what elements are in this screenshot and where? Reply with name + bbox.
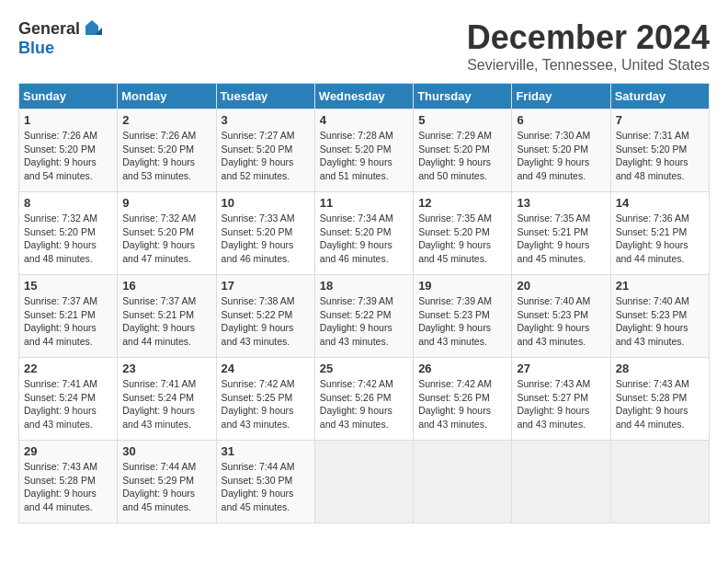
cell-info: Sunrise: 7:33 AMSunset: 5:20 PMDaylight:… xyxy=(222,212,310,266)
cell-info: Sunrise: 7:36 AMSunset: 5:21 PMDaylight:… xyxy=(616,212,704,266)
cell-info: Sunrise: 7:40 AMSunset: 5:23 PMDaylight:… xyxy=(616,294,704,349)
cell-info: Sunrise: 7:32 AMSunset: 5:20 PMDaylight:… xyxy=(122,212,210,266)
day-number: 3 xyxy=(222,113,310,127)
cell-info: Sunrise: 7:41 AMSunset: 5:24 PMDaylight:… xyxy=(122,377,210,431)
cell-info: Sunrise: 7:43 AMSunset: 5:28 PMDaylight:… xyxy=(616,377,704,431)
day-number: 20 xyxy=(517,279,605,293)
day-number: 14 xyxy=(616,196,704,210)
header-row: SundayMondayTuesdayWednesdayThursdayFrid… xyxy=(19,84,710,109)
header: General Blue December 2024 Sevierville, … xyxy=(18,18,710,74)
day-number: 21 xyxy=(616,279,704,293)
calendar-cell xyxy=(414,441,512,523)
calendar-cell: 24Sunrise: 7:42 AMSunset: 5:25 PMDayligh… xyxy=(216,358,314,441)
day-number: 29 xyxy=(24,444,112,458)
cell-info: Sunrise: 7:27 AMSunset: 5:20 PMDaylight:… xyxy=(222,129,310,183)
calendar-cell: 4Sunrise: 7:28 AMSunset: 5:20 PMDaylight… xyxy=(314,109,413,192)
calendar-cell: 25Sunrise: 7:42 AMSunset: 5:26 PMDayligh… xyxy=(314,358,413,441)
calendar-cell: 18Sunrise: 7:39 AMSunset: 5:22 PMDayligh… xyxy=(314,275,413,358)
day-number: 16 xyxy=(122,279,210,293)
week-row-5: 29Sunrise: 7:43 AMSunset: 5:28 PMDayligh… xyxy=(19,441,710,523)
calendar-cell: 30Sunrise: 7:44 AMSunset: 5:29 PMDayligh… xyxy=(118,441,216,523)
cell-info: Sunrise: 7:35 AMSunset: 5:21 PMDaylight:… xyxy=(517,212,605,266)
logo-icon xyxy=(82,18,102,39)
day-number: 5 xyxy=(418,113,506,127)
cell-info: Sunrise: 7:42 AMSunset: 5:25 PMDaylight:… xyxy=(222,377,310,431)
day-number: 1 xyxy=(24,113,112,127)
calendar-cell: 19Sunrise: 7:39 AMSunset: 5:23 PMDayligh… xyxy=(414,275,512,358)
cell-info: Sunrise: 7:28 AMSunset: 5:20 PMDaylight:… xyxy=(320,129,408,183)
calendar-cell: 26Sunrise: 7:42 AMSunset: 5:26 PMDayligh… xyxy=(414,358,512,441)
cell-info: Sunrise: 7:41 AMSunset: 5:24 PMDaylight:… xyxy=(24,377,112,431)
day-number: 24 xyxy=(222,362,310,375)
calendar-cell: 8Sunrise: 7:32 AMSunset: 5:20 PMDaylight… xyxy=(19,192,118,275)
header-day-thursday: Thursday xyxy=(414,84,512,109)
cell-info: Sunrise: 7:42 AMSunset: 5:26 PMDaylight:… xyxy=(418,377,506,431)
week-row-3: 15Sunrise: 7:37 AMSunset: 5:21 PMDayligh… xyxy=(19,275,710,358)
calendar-cell: 31Sunrise: 7:44 AMSunset: 5:30 PMDayligh… xyxy=(216,441,314,523)
calendar-cell: 27Sunrise: 7:43 AMSunset: 5:27 PMDayligh… xyxy=(512,358,610,441)
calendar-cell: 22Sunrise: 7:41 AMSunset: 5:24 PMDayligh… xyxy=(19,358,118,441)
day-number: 31 xyxy=(222,444,310,458)
calendar-cell xyxy=(314,441,413,523)
cell-info: Sunrise: 7:34 AMSunset: 5:20 PMDaylight:… xyxy=(320,212,408,266)
cell-info: Sunrise: 7:42 AMSunset: 5:26 PMDaylight:… xyxy=(320,377,408,431)
cell-info: Sunrise: 7:32 AMSunset: 5:20 PMDaylight:… xyxy=(24,212,112,266)
cell-info: Sunrise: 7:44 AMSunset: 5:30 PMDaylight:… xyxy=(222,460,310,514)
calendar-cell xyxy=(610,441,709,523)
day-number: 11 xyxy=(320,196,408,210)
day-number: 2 xyxy=(122,113,210,127)
day-number: 23 xyxy=(122,362,210,375)
cell-info: Sunrise: 7:44 AMSunset: 5:29 PMDaylight:… xyxy=(122,460,210,514)
day-number: 27 xyxy=(517,362,605,375)
calendar-cell: 1Sunrise: 7:26 AMSunset: 5:20 PMDaylight… xyxy=(19,109,118,192)
cell-info: Sunrise: 7:30 AMSunset: 5:20 PMDaylight:… xyxy=(517,129,605,183)
day-number: 28 xyxy=(616,362,704,375)
cell-info: Sunrise: 7:39 AMSunset: 5:23 PMDaylight:… xyxy=(418,294,506,349)
calendar-cell: 5Sunrise: 7:29 AMSunset: 5:20 PMDaylight… xyxy=(414,109,512,192)
calendar-cell: 13Sunrise: 7:35 AMSunset: 5:21 PMDayligh… xyxy=(512,192,610,275)
week-row-1: 1Sunrise: 7:26 AMSunset: 5:20 PMDaylight… xyxy=(19,109,710,192)
svg-marker-0 xyxy=(85,20,98,35)
header-day-tuesday: Tuesday xyxy=(216,84,314,109)
day-number: 8 xyxy=(24,196,112,210)
day-number: 6 xyxy=(517,113,605,127)
logo: General Blue xyxy=(18,18,102,58)
cell-info: Sunrise: 7:35 AMSunset: 5:20 PMDaylight:… xyxy=(418,212,506,266)
week-row-2: 8Sunrise: 7:32 AMSunset: 5:20 PMDaylight… xyxy=(19,192,710,275)
calendar-cell: 28Sunrise: 7:43 AMSunset: 5:28 PMDayligh… xyxy=(610,358,709,441)
calendar-cell: 16Sunrise: 7:37 AMSunset: 5:21 PMDayligh… xyxy=(118,275,216,358)
calendar-cell: 23Sunrise: 7:41 AMSunset: 5:24 PMDayligh… xyxy=(118,358,216,441)
day-number: 13 xyxy=(517,196,605,210)
calendar-cell: 15Sunrise: 7:37 AMSunset: 5:21 PMDayligh… xyxy=(19,275,118,358)
calendar-cell xyxy=(512,441,610,523)
calendar-header: SundayMondayTuesdayWednesdayThursdayFrid… xyxy=(19,84,710,109)
day-number: 17 xyxy=(222,279,310,293)
calendar-cell: 7Sunrise: 7:31 AMSunset: 5:20 PMDaylight… xyxy=(610,109,709,192)
cell-info: Sunrise: 7:43 AMSunset: 5:28 PMDaylight:… xyxy=(24,460,112,514)
calendar-cell: 17Sunrise: 7:38 AMSunset: 5:22 PMDayligh… xyxy=(216,275,314,358)
cell-info: Sunrise: 7:43 AMSunset: 5:27 PMDaylight:… xyxy=(517,377,605,431)
calendar-cell: 11Sunrise: 7:34 AMSunset: 5:20 PMDayligh… xyxy=(314,192,413,275)
day-number: 10 xyxy=(222,196,310,210)
day-number: 25 xyxy=(320,362,408,375)
logo-blue-text: Blue xyxy=(18,39,54,58)
day-number: 26 xyxy=(418,362,506,375)
calendar-body: 1Sunrise: 7:26 AMSunset: 5:20 PMDaylight… xyxy=(19,109,710,523)
week-row-4: 22Sunrise: 7:41 AMSunset: 5:24 PMDayligh… xyxy=(19,358,710,441)
day-number: 22 xyxy=(24,362,112,375)
calendar-cell: 14Sunrise: 7:36 AMSunset: 5:21 PMDayligh… xyxy=(610,192,709,275)
calendar-cell: 2Sunrise: 7:26 AMSunset: 5:20 PMDaylight… xyxy=(118,109,216,192)
month-title: December 2024 xyxy=(467,18,710,57)
title-area: December 2024 Sevierville, Tennessee, Un… xyxy=(467,18,710,74)
calendar-cell: 9Sunrise: 7:32 AMSunset: 5:20 PMDaylight… xyxy=(118,192,216,275)
header-day-saturday: Saturday xyxy=(610,84,709,109)
calendar-cell: 3Sunrise: 7:27 AMSunset: 5:20 PMDaylight… xyxy=(216,109,314,192)
day-number: 19 xyxy=(418,279,506,293)
cell-info: Sunrise: 7:31 AMSunset: 5:20 PMDaylight:… xyxy=(616,129,704,183)
header-day-sunday: Sunday xyxy=(19,84,118,109)
day-number: 12 xyxy=(418,196,506,210)
cell-info: Sunrise: 7:29 AMSunset: 5:20 PMDaylight:… xyxy=(418,129,506,183)
cell-info: Sunrise: 7:37 AMSunset: 5:21 PMDaylight:… xyxy=(24,294,112,349)
calendar-cell: 20Sunrise: 7:40 AMSunset: 5:23 PMDayligh… xyxy=(512,275,610,358)
day-number: 4 xyxy=(320,113,408,127)
